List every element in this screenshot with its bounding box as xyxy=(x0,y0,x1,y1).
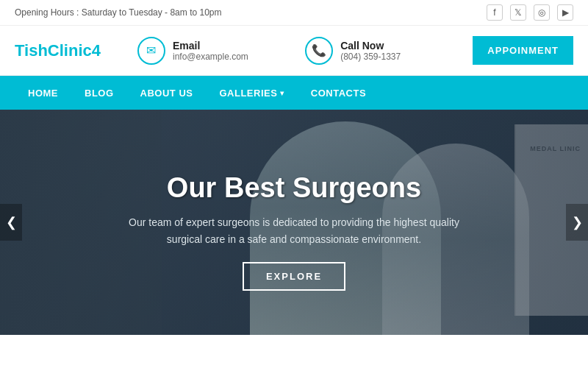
nav-about[interactable]: ABOUT US xyxy=(127,76,207,110)
nav-contacts[interactable]: CONTACTS xyxy=(298,76,379,110)
hero-title: Our Best Surgeons xyxy=(74,172,514,204)
email-label: Email xyxy=(173,40,248,52)
call-value: (804) 359-1337 xyxy=(340,52,401,62)
hero-subtitle: Our team of expert surgeons is dedicated… xyxy=(110,214,478,247)
left-arrow-icon: ❮ xyxy=(6,214,17,230)
email-contact: ✉ Email info@example.com xyxy=(137,37,283,65)
call-label: Call Now xyxy=(340,40,401,52)
site-header: TishClinic4 ✉ Email info@example.com 📞 C… xyxy=(0,26,588,76)
nav-home[interactable]: HOME xyxy=(15,76,71,110)
hero-section: MEDAL LINIC Our Best Surgeons Our team o… xyxy=(0,110,588,335)
youtube-icon[interactable]: ▶ xyxy=(557,4,573,21)
right-arrow-icon: ❯ xyxy=(572,214,583,230)
opening-hours: Opening Hours : Saturday to Tuesday - 8a… xyxy=(15,7,221,18)
phone-contact: 📞 Call Now (804) 359-1337 xyxy=(305,37,451,65)
explore-button[interactable]: EXPLORE xyxy=(243,262,345,291)
hero-next-arrow[interactable]: ❯ xyxy=(566,204,588,241)
hero-content: Our Best Surgeons Our team of expert sur… xyxy=(74,172,514,291)
hero-prev-arrow[interactable]: ❮ xyxy=(0,204,22,241)
twitter-icon[interactable]: 𝕏 xyxy=(510,4,526,21)
email-icon: ✉ xyxy=(137,37,165,65)
appointment-button[interactable]: APPOINMENT xyxy=(473,36,573,65)
nav-blog[interactable]: BLOG xyxy=(71,76,127,110)
nav-galleries[interactable]: GALLERIES ▾ xyxy=(206,76,297,110)
phone-icon: 📞 xyxy=(305,37,333,65)
site-logo[interactable]: TishClinic4 xyxy=(15,41,101,60)
galleries-dropdown-arrow: ▾ xyxy=(280,89,284,97)
facebook-icon[interactable]: f xyxy=(487,4,503,21)
top-bar: Opening Hours : Saturday to Tuesday - 8a… xyxy=(0,0,588,26)
email-value: info@example.com xyxy=(173,52,248,62)
instagram-icon[interactable]: ◎ xyxy=(534,4,550,21)
main-nav: HOME BLOG ABOUT US GALLERIES ▾ CONTACTS xyxy=(0,76,588,110)
social-links: f 𝕏 ◎ ▶ xyxy=(487,4,573,21)
